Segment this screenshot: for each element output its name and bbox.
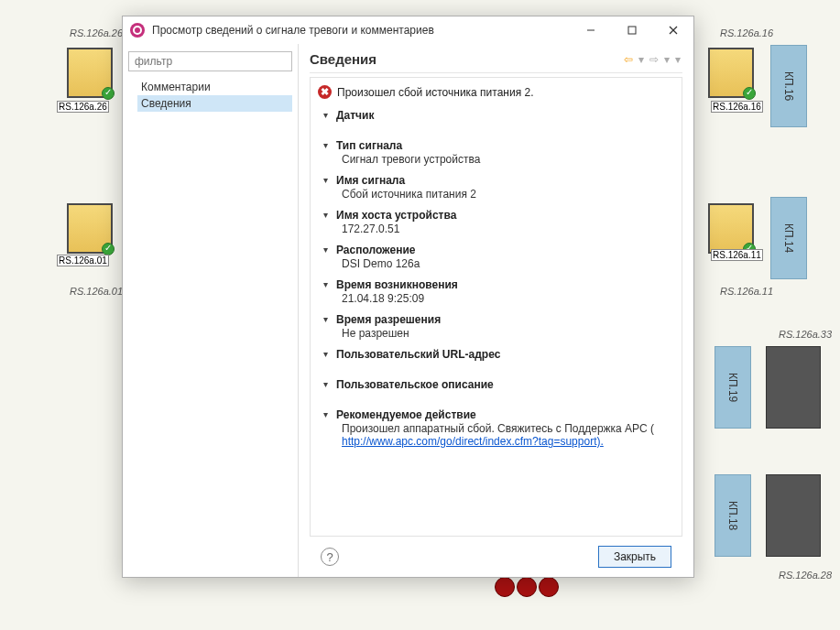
help-icon[interactable]: ? xyxy=(321,548,339,566)
field-label: Время разрешения xyxy=(336,313,441,326)
dropdown-back-icon[interactable]: ▾ xyxy=(637,53,646,66)
chevron-down-icon[interactable]: ▾ xyxy=(323,348,333,361)
gray-block xyxy=(766,474,821,557)
kp-block: КП.19 xyxy=(715,346,751,429)
dropdown-fwd-icon[interactable]: ▾ xyxy=(662,53,671,66)
field-value: 21.04.18 9:25:09 xyxy=(323,291,674,309)
field-label: Пользовательское описание xyxy=(336,378,494,391)
bg-label: RS.126a.01 xyxy=(70,286,123,297)
bg-label: RS.126a.28 xyxy=(779,570,832,581)
error-icon: ✖ xyxy=(318,85,332,99)
alarm-details-dialog: Просмотр сведений о сигнале тревоги и ко… xyxy=(122,16,694,578)
sidebar-item-comments[interactable]: Комментарии xyxy=(137,79,292,95)
field-label: Пользовательский URL-адрес xyxy=(336,348,500,361)
svg-rect-1 xyxy=(628,27,636,34)
rack-label: RS.126a.26 xyxy=(57,101,109,113)
sidebar-item-details[interactable]: Сведения xyxy=(137,95,292,112)
chevron-down-icon[interactable]: ▾ xyxy=(323,109,333,122)
rack-label: RS.126a.01 xyxy=(57,255,109,266)
chevron-down-icon[interactable]: ▾ xyxy=(323,244,333,256)
sidebar: Комментарии Сведения xyxy=(123,44,299,577)
chevron-down-icon[interactable]: ▾ xyxy=(323,408,333,421)
field-label: Расположение xyxy=(336,244,415,256)
details-panel: ✖ Произошел сбой источника питания 2. ▾Д… xyxy=(310,77,682,537)
close-window-button[interactable] xyxy=(652,16,693,43)
alert-message: Произошел сбой источника питания 2. xyxy=(337,86,534,99)
close-button[interactable]: Закрыть xyxy=(598,546,671,568)
chevron-down-icon[interactable]: ▾ xyxy=(323,209,333,222)
maximize-button[interactable] xyxy=(611,16,652,43)
chevron-down-icon[interactable]: ▾ xyxy=(323,313,333,326)
rack-label: RS.126a.11 xyxy=(711,249,763,261)
field-label: Время возникновения xyxy=(336,278,458,291)
chevron-down-icon[interactable]: ▾ xyxy=(323,378,333,391)
kp-block: КП.14 xyxy=(770,197,807,279)
field-value: Сигнал тревоги устройства xyxy=(323,152,674,169)
bg-label: RS.126a.33 xyxy=(779,329,832,340)
app-icon xyxy=(130,23,145,38)
field-label: Тип сигнала xyxy=(336,139,402,152)
recommended-text: Произошел аппаратный сбой. Свяжитесь с П… xyxy=(342,422,654,435)
kp-block: КП.16 xyxy=(770,45,807,127)
filter-input[interactable] xyxy=(128,51,292,71)
rack-label: RS.126a.16 xyxy=(711,101,763,113)
field-value: 172.27.0.51 xyxy=(323,222,674,239)
field-label: Датчик xyxy=(336,109,374,122)
gray-block xyxy=(766,346,821,429)
chevron-down-icon[interactable]: ▾ xyxy=(323,174,333,187)
window-title: Просмотр сведений о сигнале тревоги и ко… xyxy=(152,24,570,37)
rack-device xyxy=(708,48,754,98)
bg-label: RS.126a.11 xyxy=(720,286,773,297)
field-value: Произошел аппаратный сбой. Свяжитесь с П… xyxy=(323,421,674,451)
field-label: Имя хоста устройства xyxy=(336,209,456,222)
rack-device xyxy=(67,48,113,98)
nav-arrows: ⇦ ▾ ⇨ ▾ ▾ xyxy=(622,53,682,66)
bg-label: RS.126a.26 xyxy=(70,27,123,38)
field-value: DSI Demo 126a xyxy=(323,256,674,274)
status-dots xyxy=(495,577,559,597)
arrow-back-icon[interactable]: ⇦ xyxy=(622,53,635,66)
chevron-down-icon[interactable]: ▾ xyxy=(323,139,333,152)
rack-device xyxy=(67,203,113,254)
minimize-button[interactable] xyxy=(570,16,611,43)
dropdown-more-icon[interactable]: ▾ xyxy=(673,53,682,66)
field-value: Не разрешен xyxy=(323,326,674,343)
field-value: Сбой источника питания 2 xyxy=(323,187,674,204)
field-label: Рекомендуемое действие xyxy=(336,408,476,421)
rack-device xyxy=(708,203,754,254)
section-heading: Сведения xyxy=(310,51,622,67)
titlebar[interactable]: Просмотр сведений о сигнале тревоги и ко… xyxy=(123,16,693,44)
kp-block: КП.18 xyxy=(715,474,751,557)
chevron-down-icon[interactable]: ▾ xyxy=(323,278,333,291)
field-label: Имя сигнала xyxy=(336,174,405,187)
bg-label: RS.126a.16 xyxy=(720,27,773,38)
arrow-forward-icon[interactable]: ⇨ xyxy=(648,53,660,66)
support-link[interactable]: http://www.apc.com/go/direct/index.cfm?t… xyxy=(342,435,604,448)
